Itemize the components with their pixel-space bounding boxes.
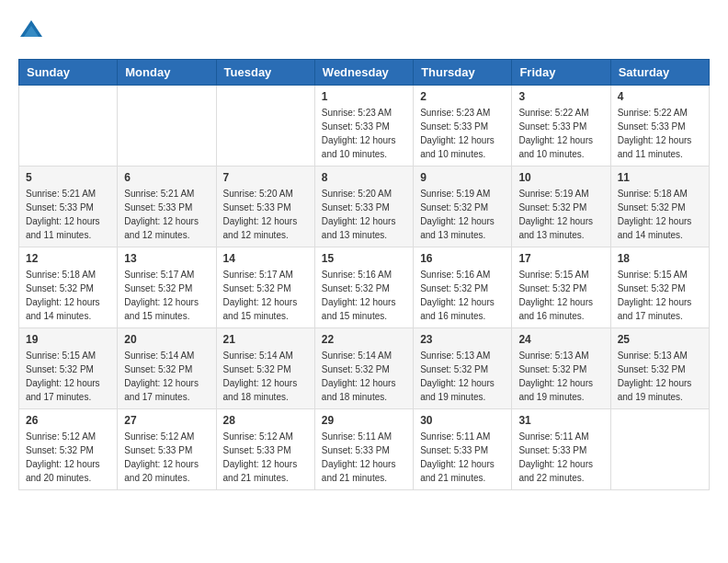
day-info: Sunrise: 5:15 AM Sunset: 5:32 PM Dayligh… — [618, 268, 702, 323]
calendar-cell: 25Sunrise: 5:13 AM Sunset: 5:32 PM Dayli… — [610, 328, 709, 409]
calendar-cell: 31Sunrise: 5:11 AM Sunset: 5:33 PM Dayli… — [512, 409, 610, 490]
calendar-cell: 11Sunrise: 5:18 AM Sunset: 5:32 PM Dayli… — [610, 167, 709, 247]
day-number: 19 — [26, 333, 110, 346]
day-number: 27 — [124, 414, 209, 427]
day-number: 25 — [618, 333, 702, 346]
logo-icon — [18, 18, 44, 44]
day-info: Sunrise: 5:18 AM Sunset: 5:32 PM Dayligh… — [618, 187, 702, 242]
calendar-cell — [19, 86, 118, 167]
calendar-cell: 28Sunrise: 5:12 AM Sunset: 5:33 PM Dayli… — [216, 409, 314, 490]
day-info: Sunrise: 5:19 AM Sunset: 5:32 PM Dayligh… — [420, 187, 505, 242]
day-number: 2 — [420, 90, 505, 103]
calendar-cell: 30Sunrise: 5:11 AM Sunset: 5:33 PM Dayli… — [414, 409, 512, 490]
calendar-cell: 14Sunrise: 5:17 AM Sunset: 5:32 PM Dayli… — [216, 247, 314, 328]
logo — [18, 18, 48, 44]
day-info: Sunrise: 5:13 AM Sunset: 5:32 PM Dayligh… — [618, 349, 702, 404]
day-number: 9 — [420, 171, 505, 184]
day-number: 17 — [518, 252, 603, 265]
day-info: Sunrise: 5:14 AM Sunset: 5:32 PM Dayligh… — [124, 349, 209, 404]
calendar-week-row: 12Sunrise: 5:18 AM Sunset: 5:32 PM Dayli… — [19, 247, 710, 328]
day-info: Sunrise: 5:14 AM Sunset: 5:32 PM Dayligh… — [223, 349, 308, 404]
day-number: 3 — [518, 90, 603, 103]
calendar-week-row: 5Sunrise: 5:21 AM Sunset: 5:33 PM Daylig… — [19, 167, 710, 247]
day-number: 18 — [618, 252, 702, 265]
weekday-header-wednesday: Wednesday — [314, 60, 413, 86]
day-info: Sunrise: 5:11 AM Sunset: 5:33 PM Dayligh… — [420, 430, 505, 485]
calendar-cell: 3Sunrise: 5:22 AM Sunset: 5:33 PM Daylig… — [512, 86, 610, 167]
calendar-cell: 13Sunrise: 5:17 AM Sunset: 5:32 PM Dayli… — [118, 247, 216, 328]
calendar-cell — [216, 86, 314, 167]
day-number: 16 — [420, 252, 505, 265]
day-info: Sunrise: 5:19 AM Sunset: 5:32 PM Dayligh… — [518, 187, 603, 242]
day-info: Sunrise: 5:17 AM Sunset: 5:32 PM Dayligh… — [124, 268, 209, 323]
calendar-cell: 2Sunrise: 5:23 AM Sunset: 5:33 PM Daylig… — [414, 86, 512, 167]
day-info: Sunrise: 5:23 AM Sunset: 5:33 PM Dayligh… — [322, 106, 406, 161]
day-number: 5 — [26, 171, 110, 184]
calendar-cell: 12Sunrise: 5:18 AM Sunset: 5:32 PM Dayli… — [19, 247, 118, 328]
calendar-cell: 20Sunrise: 5:14 AM Sunset: 5:32 PM Dayli… — [118, 328, 216, 409]
calendar-cell: 16Sunrise: 5:16 AM Sunset: 5:32 PM Dayli… — [414, 247, 512, 328]
day-info: Sunrise: 5:15 AM Sunset: 5:32 PM Dayligh… — [26, 349, 110, 404]
weekday-header-friday: Friday — [512, 60, 610, 86]
weekday-header-sunday: Sunday — [19, 60, 118, 86]
calendar-cell — [118, 86, 216, 167]
calendar-header-row: SundayMondayTuesdayWednesdayThursdayFrid… — [19, 60, 710, 86]
day-number: 30 — [420, 414, 505, 427]
calendar-cell: 18Sunrise: 5:15 AM Sunset: 5:32 PM Dayli… — [610, 247, 709, 328]
day-info: Sunrise: 5:21 AM Sunset: 5:33 PM Dayligh… — [26, 187, 110, 242]
weekday-header-saturday: Saturday — [610, 60, 709, 86]
day-info: Sunrise: 5:12 AM Sunset: 5:32 PM Dayligh… — [26, 430, 110, 485]
calendar-week-row: 26Sunrise: 5:12 AM Sunset: 5:32 PM Dayli… — [19, 409, 710, 490]
day-number: 15 — [322, 252, 406, 265]
page-header — [18, 18, 710, 44]
day-number: 26 — [26, 414, 110, 427]
calendar-cell: 9Sunrise: 5:19 AM Sunset: 5:32 PM Daylig… — [414, 167, 512, 247]
day-info: Sunrise: 5:13 AM Sunset: 5:32 PM Dayligh… — [420, 349, 505, 404]
calendar-cell: 24Sunrise: 5:13 AM Sunset: 5:32 PM Dayli… — [512, 328, 610, 409]
day-number: 29 — [322, 414, 406, 427]
calendar-cell: 6Sunrise: 5:21 AM Sunset: 5:33 PM Daylig… — [118, 167, 216, 247]
weekday-header-thursday: Thursday — [414, 60, 512, 86]
day-info: Sunrise: 5:21 AM Sunset: 5:33 PM Dayligh… — [124, 187, 209, 242]
day-info: Sunrise: 5:13 AM Sunset: 5:32 PM Dayligh… — [518, 349, 603, 404]
day-number: 7 — [223, 171, 308, 184]
day-info: Sunrise: 5:14 AM Sunset: 5:32 PM Dayligh… — [322, 349, 406, 404]
day-number: 28 — [223, 414, 308, 427]
day-number: 20 — [124, 333, 209, 346]
day-number: 12 — [26, 252, 110, 265]
calendar-cell: 4Sunrise: 5:22 AM Sunset: 5:33 PM Daylig… — [610, 86, 709, 167]
calendar-cell: 26Sunrise: 5:12 AM Sunset: 5:32 PM Dayli… — [19, 409, 118, 490]
calendar-cell: 17Sunrise: 5:15 AM Sunset: 5:32 PM Dayli… — [512, 247, 610, 328]
calendar-cell: 5Sunrise: 5:21 AM Sunset: 5:33 PM Daylig… — [19, 167, 118, 247]
calendar-week-row: 1Sunrise: 5:23 AM Sunset: 5:33 PM Daylig… — [19, 86, 710, 167]
calendar-cell: 19Sunrise: 5:15 AM Sunset: 5:32 PM Dayli… — [19, 328, 118, 409]
day-info: Sunrise: 5:11 AM Sunset: 5:33 PM Dayligh… — [518, 430, 603, 485]
calendar-cell: 10Sunrise: 5:19 AM Sunset: 5:32 PM Dayli… — [512, 167, 610, 247]
day-number: 24 — [518, 333, 603, 346]
day-number: 23 — [420, 333, 505, 346]
calendar-cell: 7Sunrise: 5:20 AM Sunset: 5:33 PM Daylig… — [216, 167, 314, 247]
day-info: Sunrise: 5:17 AM Sunset: 5:32 PM Dayligh… — [223, 268, 308, 323]
day-info: Sunrise: 5:16 AM Sunset: 5:32 PM Dayligh… — [420, 268, 505, 323]
calendar-cell: 1Sunrise: 5:23 AM Sunset: 5:33 PM Daylig… — [314, 86, 413, 167]
day-info: Sunrise: 5:12 AM Sunset: 5:33 PM Dayligh… — [223, 430, 308, 485]
calendar-week-row: 19Sunrise: 5:15 AM Sunset: 5:32 PM Dayli… — [19, 328, 710, 409]
day-number: 6 — [124, 171, 209, 184]
day-info: Sunrise: 5:18 AM Sunset: 5:32 PM Dayligh… — [26, 268, 110, 323]
calendar-cell: 29Sunrise: 5:11 AM Sunset: 5:33 PM Dayli… — [314, 409, 413, 490]
calendar-cell: 23Sunrise: 5:13 AM Sunset: 5:32 PM Dayli… — [414, 328, 512, 409]
weekday-header-tuesday: Tuesday — [216, 60, 314, 86]
day-info: Sunrise: 5:22 AM Sunset: 5:33 PM Dayligh… — [618, 106, 702, 161]
calendar-cell: 8Sunrise: 5:20 AM Sunset: 5:33 PM Daylig… — [314, 167, 413, 247]
day-info: Sunrise: 5:23 AM Sunset: 5:33 PM Dayligh… — [420, 106, 505, 161]
calendar-cell: 22Sunrise: 5:14 AM Sunset: 5:32 PM Dayli… — [314, 328, 413, 409]
day-number: 21 — [223, 333, 308, 346]
calendar-cell: 15Sunrise: 5:16 AM Sunset: 5:32 PM Dayli… — [314, 247, 413, 328]
day-number: 13 — [124, 252, 209, 265]
calendar-cell: 27Sunrise: 5:12 AM Sunset: 5:33 PM Dayli… — [118, 409, 216, 490]
day-number: 10 — [518, 171, 603, 184]
day-number: 1 — [322, 90, 406, 103]
day-number: 31 — [518, 414, 603, 427]
day-info: Sunrise: 5:12 AM Sunset: 5:33 PM Dayligh… — [124, 430, 209, 485]
day-info: Sunrise: 5:11 AM Sunset: 5:33 PM Dayligh… — [322, 430, 406, 485]
